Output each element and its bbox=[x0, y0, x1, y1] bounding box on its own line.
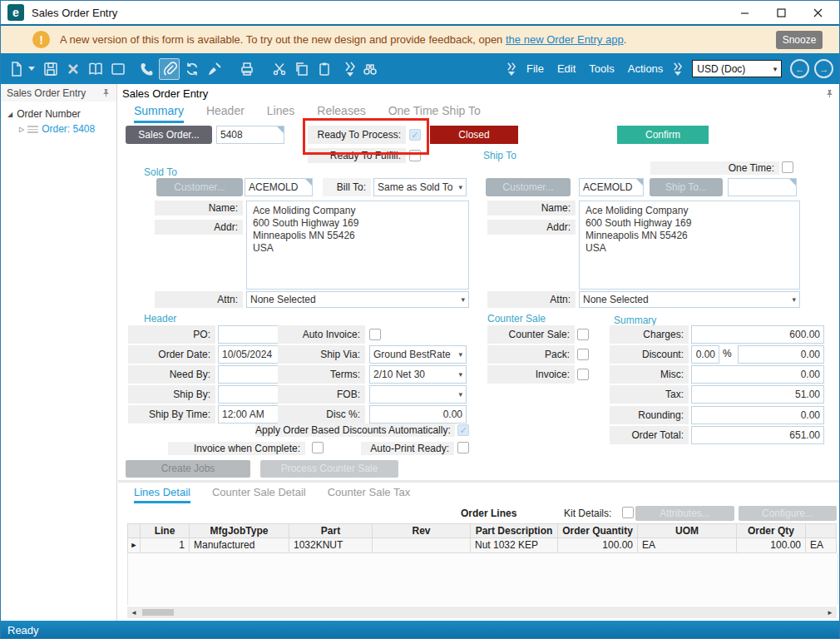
pack-checkbox[interactable] bbox=[577, 349, 589, 360]
configure-button[interactable]: Configure... bbox=[739, 506, 837, 521]
create-jobs-button[interactable]: Create Jobs bbox=[126, 460, 250, 478]
cut-icon[interactable] bbox=[269, 58, 289, 80]
ship-to-id-field[interactable] bbox=[728, 178, 797, 196]
disc-percent-field[interactable]: 0.00 bbox=[369, 405, 467, 424]
scrollbar-thumb[interactable] bbox=[142, 609, 174, 616]
paste-icon[interactable] bbox=[314, 58, 334, 80]
cell-order-qty-uom[interactable]: EA bbox=[806, 538, 837, 553]
cell-order-quantity[interactable]: 100.00 bbox=[558, 538, 638, 553]
delete-icon[interactable] bbox=[62, 58, 83, 80]
tab-counter-sale-tax[interactable]: Counter Sale Tax bbox=[328, 486, 411, 503]
minimize-button[interactable] bbox=[726, 1, 763, 24]
search-icon[interactable] bbox=[359, 58, 380, 80]
customer-id-field[interactable]: ACEMOLD bbox=[245, 178, 313, 196]
tab-header[interactable]: Header bbox=[206, 104, 245, 123]
copy-icon[interactable] bbox=[291, 58, 312, 80]
tree-node-label[interactable]: Order Number bbox=[17, 108, 81, 120]
invoice-checkbox[interactable] bbox=[577, 369, 589, 380]
sales-order-number-field[interactable]: 5408 bbox=[216, 126, 284, 144]
ship-to-customer-id-field[interactable]: ACEMOLD bbox=[579, 178, 644, 196]
pin-icon[interactable] bbox=[825, 89, 834, 98]
clear-icon[interactable] bbox=[204, 58, 225, 80]
column-header[interactable]: MfgJobType bbox=[190, 523, 289, 538]
menu-overflow-icon-2[interactable] bbox=[673, 62, 683, 76]
cell-line[interactable]: 1 bbox=[141, 538, 190, 553]
fob-dropdown[interactable]: ▾ bbox=[369, 385, 467, 404]
cell-order-qty[interactable]: 100.00 bbox=[737, 538, 806, 553]
tab-summary[interactable]: Summary bbox=[134, 104, 184, 123]
one-time-checkbox[interactable] bbox=[782, 161, 793, 173]
column-header[interactable]: Order Qty bbox=[737, 523, 806, 538]
bill-to-dropdown[interactable]: Same as Sold To ▾ bbox=[373, 178, 467, 196]
menu-actions[interactable]: Actions bbox=[628, 62, 664, 75]
book-icon[interactable] bbox=[85, 58, 106, 80]
snooze-button[interactable]: Snooze bbox=[776, 31, 823, 49]
close-button[interactable] bbox=[799, 1, 836, 24]
tree-node-order-number[interactable]: ◢ Order Number bbox=[7, 108, 116, 120]
auto-print-ready-checkbox[interactable] bbox=[457, 442, 469, 453]
attachment-icon[interactable] bbox=[159, 58, 180, 80]
row-marker-icon[interactable]: ► bbox=[127, 538, 141, 553]
ready-to-fulfill-checkbox[interactable] bbox=[409, 150, 421, 161]
cell-part-description[interactable]: Nut 1032 KEP bbox=[471, 538, 558, 553]
tab-lines[interactable]: Lines bbox=[267, 104, 294, 123]
sales-order-button[interactable]: Sales Order... bbox=[126, 126, 212, 144]
tree-expanded-icon[interactable]: ◢ bbox=[7, 111, 12, 118]
memo-icon[interactable] bbox=[107, 58, 128, 80]
tab-counter-sale-detail[interactable]: Counter Sale Detail bbox=[212, 486, 306, 503]
menu-tools[interactable]: Tools bbox=[589, 62, 614, 75]
currency-selector[interactable]: USD (Doc) ▾ bbox=[692, 60, 782, 77]
cell-mfgjobtype[interactable]: Manufactured bbox=[190, 538, 289, 553]
column-header[interactable]: Order Quantity bbox=[558, 523, 638, 538]
scroll-left-icon[interactable]: ◄ bbox=[131, 609, 137, 617]
terms-dropdown[interactable]: 2/10 Net 30 ▾ bbox=[369, 365, 467, 384]
cell-part[interactable]: 1032KNUT bbox=[289, 538, 373, 553]
invoice-when-complete-checkbox[interactable] bbox=[312, 442, 324, 453]
cell-rev[interactable] bbox=[373, 538, 471, 553]
refresh-icon[interactable] bbox=[181, 58, 202, 80]
horizontal-scrollbar[interactable]: ◄ ► bbox=[127, 607, 837, 618]
column-header[interactable]: Rev bbox=[373, 523, 471, 538]
process-counter-sale-button[interactable]: Process Counter Sale bbox=[260, 460, 398, 478]
menu-edit[interactable]: Edit bbox=[557, 62, 576, 75]
tab-lines-detail[interactable]: Lines Detail bbox=[134, 486, 190, 503]
print-icon[interactable] bbox=[236, 58, 257, 80]
ship-to-address-box[interactable]: Ace Moliding Company 600 South Highway 1… bbox=[579, 201, 800, 290]
counter-sale-checkbox[interactable] bbox=[577, 329, 589, 340]
sold-to-attn-dropdown[interactable]: None Selected ▾ bbox=[246, 291, 469, 308]
save-icon[interactable] bbox=[40, 58, 61, 80]
discount-amount-field[interactable]: 0.00 bbox=[738, 345, 824, 364]
pin-icon[interactable] bbox=[101, 88, 111, 97]
column-header[interactable]: Part bbox=[289, 523, 373, 538]
column-header[interactable] bbox=[806, 523, 837, 538]
new-order-entry-app-link[interactable]: the new Order Entry app bbox=[506, 33, 624, 46]
ship-to-customer-button[interactable]: Customer... bbox=[486, 178, 571, 196]
ship-to-attn-dropdown[interactable]: None Selected ▾ bbox=[579, 291, 800, 308]
navigate-back-button[interactable]: ← bbox=[790, 59, 809, 78]
toolbar-overflow-icon[interactable] bbox=[344, 62, 356, 77]
column-header[interactable]: Part Description bbox=[471, 523, 558, 538]
menu-file[interactable]: File bbox=[526, 62, 544, 75]
navigate-forward-button[interactable]: → bbox=[814, 59, 833, 78]
discount-percent-field[interactable]: 0.00 bbox=[691, 345, 719, 364]
new-document-dropdown-icon[interactable] bbox=[28, 67, 35, 71]
ready-to-process-checkbox[interactable]: ✓ bbox=[409, 129, 421, 141]
cell-uom[interactable]: EA bbox=[638, 538, 737, 553]
confirm-button[interactable]: Confirm bbox=[617, 126, 709, 144]
menu-overflow-icon[interactable] bbox=[506, 62, 516, 76]
sold-to-address-box[interactable]: Ace Moliding Company 600 South Highway 1… bbox=[246, 201, 469, 290]
tab-releases[interactable]: Releases bbox=[317, 104, 365, 123]
tree-node-order-5408[interactable]: ▷ Order: 5408 bbox=[19, 123, 116, 135]
tab-one-time-ship-to[interactable]: One Time Ship To bbox=[388, 104, 481, 123]
ship-via-dropdown[interactable]: Ground BestRate ▾ bbox=[369, 345, 467, 364]
column-header[interactable]: Line bbox=[141, 523, 190, 538]
new-document-icon[interactable] bbox=[6, 58, 27, 80]
customer-button[interactable]: Customer... bbox=[156, 178, 243, 196]
ship-to-button[interactable]: Ship To... bbox=[650, 178, 723, 196]
phone-icon[interactable] bbox=[136, 58, 157, 80]
maximize-button[interactable] bbox=[763, 1, 799, 24]
tree-collapsed-icon[interactable]: ▷ bbox=[19, 126, 24, 133]
apply-discounts-checkbox[interactable]: ✓ bbox=[457, 424, 469, 436]
kit-details-checkbox[interactable] bbox=[622, 507, 634, 518]
scroll-right-icon[interactable]: ► bbox=[827, 609, 833, 617]
